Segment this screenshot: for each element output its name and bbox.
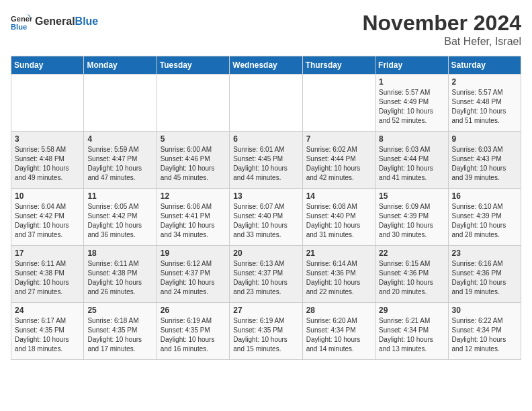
day-info: Sunrise: 6:11 AM Sunset: 4:38 PM Dayligh… — [15, 259, 80, 297]
calendar-day-cell: 25Sunrise: 6:18 AM Sunset: 4:35 PM Dayli… — [84, 303, 157, 360]
day-info: Sunrise: 6:03 AM Sunset: 4:43 PM Dayligh… — [452, 145, 517, 183]
weekday-header-row: SundayMondayTuesdayWednesdayThursdayFrid… — [11, 56, 521, 75]
weekday-header-cell: Friday — [375, 56, 448, 75]
calendar-week-row: 17Sunrise: 6:11 AM Sunset: 4:38 PM Dayli… — [11, 246, 521, 303]
calendar-day-cell: 15Sunrise: 6:09 AM Sunset: 4:39 PM Dayli… — [375, 189, 448, 246]
day-info: Sunrise: 6:19 AM Sunset: 4:35 PM Dayligh… — [161, 316, 226, 354]
calendar-day-cell: 14Sunrise: 6:08 AM Sunset: 4:40 PM Dayli… — [302, 189, 375, 246]
calendar-day-cell: 11Sunrise: 6:05 AM Sunset: 4:42 PM Dayli… — [84, 189, 157, 246]
day-info: Sunrise: 6:13 AM Sunset: 4:37 PM Dayligh… — [233, 259, 298, 297]
day-info: Sunrise: 5:57 AM Sunset: 4:49 PM Dayligh… — [379, 88, 444, 126]
day-number: 19 — [161, 248, 226, 258]
logo: General Blue GeneralBlue — [11, 11, 98, 32]
day-info: Sunrise: 6:04 AM Sunset: 4:42 PM Dayligh… — [15, 202, 80, 240]
calendar-day-cell: 28Sunrise: 6:20 AM Sunset: 4:34 PM Dayli… — [302, 303, 375, 360]
day-number: 30 — [452, 306, 517, 315]
calendar-day-cell: 1Sunrise: 5:57 AM Sunset: 4:49 PM Daylig… — [375, 75, 448, 132]
day-info: Sunrise: 6:06 AM Sunset: 4:41 PM Dayligh… — [161, 202, 226, 240]
day-number: 24 — [15, 306, 80, 315]
day-info: Sunrise: 6:14 AM Sunset: 4:36 PM Dayligh… — [306, 259, 371, 297]
calendar-day-cell: 23Sunrise: 6:16 AM Sunset: 4:36 PM Dayli… — [448, 246, 521, 303]
day-number: 20 — [233, 248, 298, 258]
calendar-day-cell — [84, 75, 157, 132]
day-number: 23 — [452, 248, 517, 258]
calendar-body: 1Sunrise: 5:57 AM Sunset: 4:49 PM Daylig… — [11, 75, 521, 360]
calendar-day-cell: 22Sunrise: 6:15 AM Sunset: 4:36 PM Dayli… — [375, 246, 448, 303]
day-number: 5 — [161, 134, 226, 144]
day-info: Sunrise: 6:10 AM Sunset: 4:39 PM Dayligh… — [452, 202, 517, 240]
day-info: Sunrise: 6:21 AM Sunset: 4:34 PM Dayligh… — [379, 316, 444, 354]
day-info: Sunrise: 6:20 AM Sunset: 4:34 PM Dayligh… — [306, 316, 371, 354]
calendar-day-cell: 20Sunrise: 6:13 AM Sunset: 4:37 PM Dayli… — [230, 246, 302, 303]
day-number: 15 — [379, 191, 444, 201]
day-number: 9 — [452, 134, 517, 144]
calendar-week-row: 1Sunrise: 5:57 AM Sunset: 4:49 PM Daylig… — [11, 75, 521, 132]
day-number: 12 — [161, 191, 226, 201]
day-info: Sunrise: 6:22 AM Sunset: 4:34 PM Dayligh… — [452, 316, 517, 354]
day-number: 26 — [161, 306, 226, 315]
calendar-day-cell: 4Sunrise: 5:59 AM Sunset: 4:47 PM Daylig… — [84, 132, 157, 189]
title-block: November 2024 Bat Hefer, Israel — [362, 11, 521, 48]
calendar-day-cell: 17Sunrise: 6:11 AM Sunset: 4:38 PM Dayli… — [11, 246, 84, 303]
weekday-header-cell: Thursday — [302, 56, 375, 75]
day-number: 25 — [87, 306, 152, 315]
day-number: 1 — [379, 77, 444, 87]
calendar-day-cell: 16Sunrise: 6:10 AM Sunset: 4:39 PM Dayli… — [448, 189, 521, 246]
day-number: 4 — [87, 134, 152, 144]
calendar-day-cell: 26Sunrise: 6:19 AM Sunset: 4:35 PM Dayli… — [157, 303, 229, 360]
weekday-header-cell: Sunday — [11, 56, 84, 75]
day-info: Sunrise: 6:19 AM Sunset: 4:35 PM Dayligh… — [233, 316, 298, 354]
weekday-header-cell: Wednesday — [230, 56, 302, 75]
calendar-day-cell: 19Sunrise: 6:12 AM Sunset: 4:37 PM Dayli… — [157, 246, 229, 303]
calendar-day-cell: 12Sunrise: 6:06 AM Sunset: 4:41 PM Dayli… — [157, 189, 229, 246]
calendar-day-cell — [157, 75, 229, 132]
calendar-day-cell: 5Sunrise: 6:00 AM Sunset: 4:46 PM Daylig… — [157, 132, 229, 189]
calendar-day-cell — [11, 75, 84, 132]
day-number: 16 — [452, 191, 517, 201]
calendar-day-cell: 9Sunrise: 6:03 AM Sunset: 4:43 PM Daylig… — [448, 132, 521, 189]
calendar-day-cell: 18Sunrise: 6:11 AM Sunset: 4:38 PM Dayli… — [84, 246, 157, 303]
day-info: Sunrise: 6:07 AM Sunset: 4:40 PM Dayligh… — [233, 202, 298, 240]
logo-icon: General Blue — [11, 11, 32, 32]
calendar-week-row: 3Sunrise: 5:58 AM Sunset: 4:48 PM Daylig… — [11, 132, 521, 189]
logo-text-general: General — [35, 15, 75, 27]
svg-text:Blue: Blue — [11, 23, 27, 31]
day-info: Sunrise: 5:59 AM Sunset: 4:47 PM Dayligh… — [87, 145, 152, 183]
day-number: 27 — [233, 306, 298, 315]
day-number: 7 — [306, 134, 371, 144]
weekday-header-cell: Tuesday — [157, 56, 229, 75]
calendar-day-cell: 7Sunrise: 6:02 AM Sunset: 4:44 PM Daylig… — [302, 132, 375, 189]
day-info: Sunrise: 6:03 AM Sunset: 4:44 PM Dayligh… — [379, 145, 444, 183]
day-number: 18 — [87, 248, 152, 258]
day-info: Sunrise: 6:15 AM Sunset: 4:36 PM Dayligh… — [379, 259, 444, 297]
calendar-table: SundayMondayTuesdayWednesdayThursdayFrid… — [11, 56, 521, 360]
calendar-week-row: 10Sunrise: 6:04 AM Sunset: 4:42 PM Dayli… — [11, 189, 521, 246]
day-info: Sunrise: 6:16 AM Sunset: 4:36 PM Dayligh… — [452, 259, 517, 297]
day-info: Sunrise: 6:12 AM Sunset: 4:37 PM Dayligh… — [161, 259, 226, 297]
calendar-day-cell — [230, 75, 302, 132]
calendar-day-cell: 29Sunrise: 6:21 AM Sunset: 4:34 PM Dayli… — [375, 303, 448, 360]
day-info: Sunrise: 6:17 AM Sunset: 4:35 PM Dayligh… — [15, 316, 80, 354]
calendar-day-cell: 21Sunrise: 6:14 AM Sunset: 4:36 PM Dayli… — [302, 246, 375, 303]
day-number: 10 — [15, 191, 80, 201]
day-number: 6 — [233, 134, 298, 144]
day-number: 22 — [379, 248, 444, 258]
day-info: Sunrise: 6:00 AM Sunset: 4:46 PM Dayligh… — [161, 145, 226, 183]
calendar-day-cell: 6Sunrise: 6:01 AM Sunset: 4:45 PM Daylig… — [230, 132, 302, 189]
calendar-day-cell: 8Sunrise: 6:03 AM Sunset: 4:44 PM Daylig… — [375, 132, 448, 189]
calendar-day-cell — [302, 75, 375, 132]
weekday-header-cell: Monday — [84, 56, 157, 75]
logo-text-blue: Blue — [75, 15, 99, 27]
day-number: 21 — [306, 248, 371, 258]
calendar-day-cell: 27Sunrise: 6:19 AM Sunset: 4:35 PM Dayli… — [230, 303, 302, 360]
calendar-day-cell: 30Sunrise: 6:22 AM Sunset: 4:34 PM Dayli… — [448, 303, 521, 360]
calendar-day-cell: 3Sunrise: 5:58 AM Sunset: 4:48 PM Daylig… — [11, 132, 84, 189]
day-info: Sunrise: 6:05 AM Sunset: 4:42 PM Dayligh… — [87, 202, 152, 240]
calendar-day-cell: 24Sunrise: 6:17 AM Sunset: 4:35 PM Dayli… — [11, 303, 84, 360]
day-number: 3 — [15, 134, 80, 144]
day-number: 2 — [452, 77, 517, 87]
day-number: 13 — [233, 191, 298, 201]
day-info: Sunrise: 5:58 AM Sunset: 4:48 PM Dayligh… — [15, 145, 80, 183]
calendar-day-cell: 2Sunrise: 5:57 AM Sunset: 4:48 PM Daylig… — [448, 75, 521, 132]
day-number: 17 — [15, 248, 80, 258]
